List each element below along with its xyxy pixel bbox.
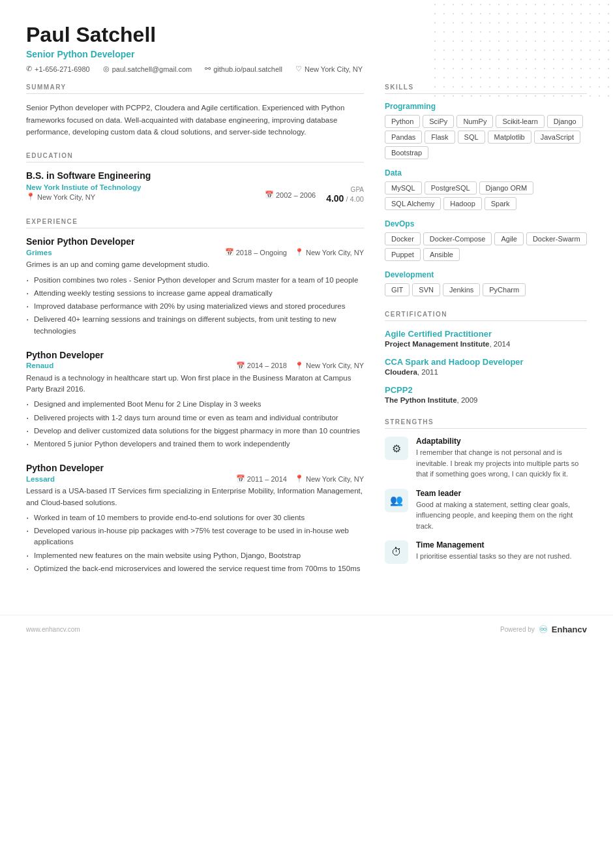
skills-tags: DockerDocker-ComposeAgileDocker-SwarmPup… [385, 232, 587, 261]
edu-gpa: 📅 2002 – 2006 GPA 4.00 / 4.00 [265, 183, 364, 204]
contact-location: ♡ New York City, NY [295, 65, 363, 73]
skill-tag: Django ORM [479, 181, 534, 194]
edu-location-text: New York City, NY [37, 193, 95, 201]
main-content: SUMMARY Senior Python developer with PCP… [0, 84, 613, 615]
brand-name: Enhancv [552, 625, 587, 634]
skill-tag: Django [547, 115, 583, 128]
skills-cat-title: DevOps [385, 219, 587, 228]
strength-title: Time Management [416, 540, 571, 550]
email-icon: ◎ [103, 65, 110, 73]
location-icon: ♡ [295, 65, 302, 73]
exp-meta: Grimes 📅 2018 – Ongoing 📍 New York City,… [26, 248, 364, 256]
cert-item-0: Agile Certified Practitioner Project Man… [385, 329, 587, 348]
exp-bullet: Implemented new features on the main web… [26, 550, 364, 561]
email-value: paul.satchell@gmail.com [112, 65, 192, 73]
location-value: New York City, NY [305, 65, 363, 73]
exp-bullets: Designed and implemented Boot Menu for 2… [26, 399, 364, 450]
github-icon: ⚯ [205, 65, 211, 73]
loc-icon: 📍 [295, 474, 304, 483]
edu-location-icon: 📍 [26, 193, 35, 201]
strength-item-0: ⚙ Adaptability I remember that change is… [385, 437, 587, 480]
exp-title: Senior Python Developer [26, 236, 364, 247]
skill-tag: PostgreSQL [425, 181, 477, 194]
github-value: github.io/paul.satchell [213, 65, 282, 73]
strength-item-1: 👥 Team leader Good at making a statement… [385, 489, 587, 532]
exp-dates-loc: 📅 2018 – Ongoing 📍 New York City, NY [225, 248, 364, 256]
skill-tag: Spark [485, 197, 516, 210]
gpa-score: 4.00 [326, 193, 344, 204]
candidate-title: Senior Python Developer [26, 49, 587, 59]
skill-tag: Ansible [423, 248, 460, 261]
exp-desc: Lessard is a USA-based IT Services firm … [26, 486, 364, 508]
left-column: SUMMARY Senior Python developer with PCP… [26, 84, 364, 589]
cert-name: Agile Certified Practitioner [385, 329, 587, 339]
exp-title: Python Developer [26, 350, 364, 360]
footer: www.enhancv.com Powered by ♾ Enhancv [0, 615, 613, 643]
summary-section: SUMMARY Senior Python developer with PCP… [26, 84, 364, 138]
phone-value: +1-656-271-6980 [35, 65, 90, 73]
skill-tag: Docker-Swarm [526, 232, 587, 245]
gpa-value: 4.00 / 4.00 [326, 193, 364, 204]
strengths-section: STRENGTHS ⚙ Adaptability I remember that… [385, 418, 587, 564]
exp-company: Renaud [26, 362, 53, 369]
exp-loc: 📍 New York City, NY [295, 362, 364, 370]
phone-icon: ✆ [26, 65, 32, 73]
exp-bullet: Attending weekly testing sessions to inc… [26, 288, 364, 299]
skills-tags: PythonSciPyNumPyScikit-learnDjangoPandas… [385, 115, 587, 159]
skills-cat-3: Development GITSVNJenkinsPyCharm [385, 270, 587, 296]
summary-text: Senior Python developer with PCPP2, Clou… [26, 102, 364, 138]
skill-tag: SciPy [423, 115, 454, 128]
strength-title: Adaptability [416, 437, 587, 446]
skill-tag: Matplotlib [488, 131, 531, 144]
edu-dates-row: 📅 2002 – 2006 GPA 4.00 / 4.00 [265, 186, 364, 204]
skills-cat-2: DevOps DockerDocker-ComposeAgileDocker-S… [385, 219, 587, 261]
skill-tag: Docker [385, 232, 421, 245]
skills-tags: MySQLPostgreSQLDjango ORMSQL AlchemyHado… [385, 181, 587, 210]
skill-tag: Python [385, 115, 420, 128]
contact-github: ⚯ github.io/paul.satchell [205, 65, 282, 73]
skills-cat-title: Development [385, 270, 587, 279]
cert-org: Cloudera, 2011 [385, 368, 587, 376]
exp-bullet: Optimized the back-end microservices and… [26, 563, 364, 574]
footer-brand: Powered by ♾ Enhancv [500, 623, 587, 636]
edu-dates: 📅 2002 – 2006 [265, 191, 316, 199]
loc-icon: 📍 [295, 248, 304, 256]
skill-tag: Puppet [385, 248, 421, 261]
skills-tags: GITSVNJenkinsPyCharm [385, 283, 587, 296]
candidate-name: Paul Satchell [26, 23, 587, 46]
skills-categories: Programming PythonSciPyNumPyScikit-learn… [385, 102, 587, 296]
exp-meta: Renaud 📅 2014 – 2018 📍 New York City, NY [26, 362, 364, 370]
cert-items: Agile Certified Practitioner Project Man… [385, 329, 587, 404]
strength-title: Team leader [416, 489, 587, 498]
exp-dates: 📅 2018 – Ongoing [225, 248, 287, 256]
skill-tag: Agile [494, 232, 523, 245]
cert-org: Project Management Institute, 2014 [385, 340, 587, 348]
strength-items: ⚙ Adaptability I remember that change is… [385, 437, 587, 564]
exp-dates: 📅 2014 – 2018 [236, 362, 287, 370]
exp-bullet: Develop and deliver customized data solu… [26, 426, 364, 437]
certification-label: CERTIFICATION [385, 311, 587, 321]
summary-label: SUMMARY [26, 84, 364, 94]
edu-details-row: New York Instiute of Technology 📍 New Yo… [26, 183, 364, 204]
skills-cat-0: Programming PythonSciPyNumPyScikit-learn… [385, 102, 587, 159]
skill-tag: SQL [458, 131, 485, 144]
gpa-max-val: 4.00 [350, 195, 364, 203]
education-label: EDUCATION [26, 152, 364, 163]
gpa-label: GPA [326, 186, 364, 193]
header-section: Paul Satchell Senior Python Developer ✆ … [0, 0, 613, 84]
strength-icon-2: ⏱ [385, 540, 408, 564]
strength-content-0: Adaptability I remember that change is n… [416, 437, 587, 480]
education-section: EDUCATION B.S. in Software Engineering N… [26, 152, 364, 204]
exp-loc: 📍 New York City, NY [295, 248, 364, 256]
skill-tag: MySQL [385, 181, 422, 194]
strength-desc: I prioritise essential tasks so they are… [416, 551, 571, 562]
edu-school: New York Instiute of Technology [26, 183, 265, 191]
strength-desc: Good at making a statement, setting clea… [416, 499, 587, 532]
skills-section: SKILLS Programming PythonSciPyNumPySciki… [385, 84, 587, 296]
strength-content-2: Time Management I prioritise essential t… [416, 540, 571, 562]
exp-bullet: Position combines two roles - Senior Pyt… [26, 275, 364, 286]
skill-tag: Jenkins [443, 283, 480, 296]
edu-dates-text: 2002 – 2006 [276, 191, 316, 199]
strength-icon-0: ⚙ [385, 437, 408, 460]
contact-phone: ✆ +1-656-271-6980 [26, 65, 90, 73]
